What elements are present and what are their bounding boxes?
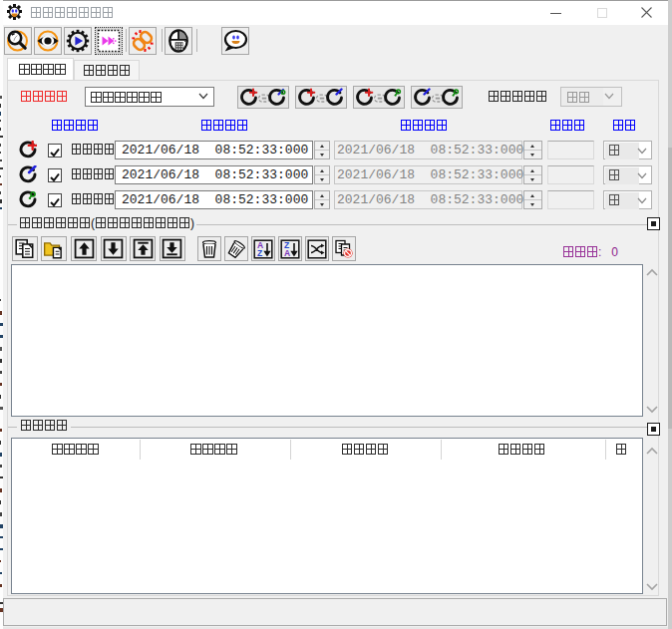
svg-text:A: A — [284, 248, 290, 258]
svg-text:Z: Z — [257, 248, 262, 258]
